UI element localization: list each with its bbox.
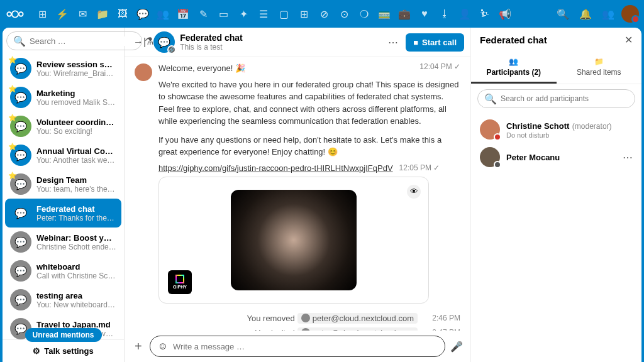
user-avatar[interactable] xyxy=(621,5,639,23)
participants-icon: 👥 xyxy=(509,57,518,66)
conversation-item[interactable]: ⭐💬Annual Virtual ConferenceYou: Another … xyxy=(5,141,121,170)
svg-point-0 xyxy=(7,12,11,16)
message-link[interactable]: https://giphy.com/gifs/justin-raccoon-pe… xyxy=(158,163,393,173)
app-forms-icon[interactable]: ✦ xyxy=(234,4,253,23)
app-health-icon[interactable]: ♥ xyxy=(415,4,434,23)
search-icon: 🔍 xyxy=(13,35,26,47)
participant-menu-icon[interactable]: ⋯ xyxy=(623,151,633,163)
app-mail-icon[interactable]: ✉ xyxy=(73,4,92,23)
chat-title: Federated chat xyxy=(180,33,379,43)
conversation-search[interactable]: 🔍 xyxy=(6,31,142,50)
conversation-avatar: ⭐💬 xyxy=(10,87,31,108)
chat-area: →| 💬🔗 Federated chat This is a test ⋯ ■ … xyxy=(125,28,470,362)
conversation-item[interactable]: ⭐💬Design TeamYou: team, here's the calen… xyxy=(5,170,121,199)
svg-point-1 xyxy=(12,11,18,17)
app-activity-icon[interactable]: ⚡ xyxy=(53,4,72,23)
hide-preview-icon[interactable]: 👁 xyxy=(407,185,421,199)
app-megaphone-icon[interactable]: 📢 xyxy=(496,4,514,23)
tab-shared-items[interactable]: 📁 Shared items xyxy=(557,52,642,84)
contacts-menu-icon[interactable]: 👥 xyxy=(599,4,618,23)
app-deck-icon[interactable]: ▭ xyxy=(214,4,233,23)
app-files-icon[interactable]: 📁 xyxy=(93,4,112,23)
topbar-apps: ⊞ ⚡ ✉ 📁 🖼 💬 👥 📅 ✎ ▭ ✦ ☰ ▢ ⊞ ⊘ ⊙ ❍ 🚃 💼 ♥ … xyxy=(33,4,551,23)
app-tables-icon[interactable]: ⊞ xyxy=(294,4,313,23)
conversation-item[interactable]: 💬Federated chatPeter: Thanks for the war… xyxy=(5,199,121,228)
compose-box[interactable]: ☺ xyxy=(150,336,445,357)
conversation-avatar: ⭐💬 xyxy=(10,145,31,166)
chat-subtitle: This is a test xyxy=(180,43,379,52)
app-analytics-icon[interactable]: ⭳ xyxy=(435,4,454,23)
giphy-badge: GIPHY xyxy=(168,270,192,294)
app-talk-icon[interactable]: 💬 xyxy=(133,4,152,23)
app-work-icon[interactable]: 💼 xyxy=(395,4,414,23)
conversation-item[interactable]: ⭐💬Volunteer coordinationYou: So exciting… xyxy=(5,112,121,141)
folder-icon: 📁 xyxy=(594,57,604,66)
app-logo[interactable] xyxy=(5,4,25,24)
svg-point-2 xyxy=(19,12,23,16)
start-call-button[interactable]: ■ Start call xyxy=(406,33,464,52)
unread-mentions-pill[interactable]: Unread mentions xyxy=(25,328,101,342)
talk-settings-button[interactable]: ⚙ Talk settings xyxy=(3,339,124,362)
filter-icon[interactable]: ⚗ xyxy=(145,33,153,49)
gif-preview-card[interactable]: 👁 GIPHY xyxy=(158,177,429,304)
conversation-item[interactable]: 💬Webinar: Boost your team's p…Christine … xyxy=(5,228,121,256)
conversation-item[interactable]: 💬whiteboardCall with Christine Schott an… xyxy=(5,256,121,285)
app-tasks-icon[interactable]: ☰ xyxy=(254,4,273,23)
attach-icon[interactable]: + xyxy=(132,339,145,354)
message-text: We're excited to have you here in our fe… xyxy=(158,79,460,128)
conversation-name: Design Team xyxy=(36,175,116,185)
conversation-item[interactable]: ⭐💬MarketingYou removed Malik Santiago xyxy=(5,83,121,112)
message-text: Welcome, everyone! 🎉 xyxy=(158,62,413,75)
mic-icon[interactable]: 🎤 xyxy=(450,341,463,353)
tab-participants[interactable]: 👥 Participants (2) xyxy=(471,52,557,84)
conversation-item[interactable]: ⭐💬Review session speechYou: Wireframe_Br… xyxy=(5,54,121,83)
panel-title: Federated chat xyxy=(480,35,547,45)
conversation-preview: You: Wireframe_Brainstorming… xyxy=(36,69,116,78)
gear-icon: ⚙ xyxy=(33,346,40,356)
app-maps-icon[interactable]: ⊙ xyxy=(335,4,353,23)
chat-header: →| 💬🔗 Federated chat This is a test ⋯ ■ … xyxy=(125,28,470,57)
app-photos-icon[interactable]: 🖼 xyxy=(113,4,132,23)
conversation-avatar: ⭐💬 xyxy=(10,116,31,137)
message-text: If you have any questions or need help, … xyxy=(158,134,460,158)
conversation-preview: Call with Christine Schott and … xyxy=(36,272,116,280)
message-input[interactable] xyxy=(173,342,437,351)
chat-menu-icon[interactable]: ⋯ xyxy=(384,34,402,51)
app-transport-icon[interactable]: 🚃 xyxy=(375,4,394,23)
app-help-icon[interactable]: ❍ xyxy=(355,4,374,23)
emoji-icon[interactable]: ☺ xyxy=(158,341,168,352)
app-notes-icon[interactable]: ✎ xyxy=(194,4,213,23)
participant-row[interactable]: Peter Mocanu ⋯ xyxy=(471,143,641,171)
tab-label: Shared items xyxy=(577,68,621,77)
app-sports-icon[interactable]: ⛷ xyxy=(475,4,494,23)
conversation-name: Volunteer coordination xyxy=(36,118,116,127)
search-input[interactable] xyxy=(30,36,135,46)
status-federated-icon xyxy=(494,161,501,168)
message-time: 2:46 PM xyxy=(423,314,460,322)
status-dnd-icon xyxy=(494,133,501,141)
conversation-avatar: 💬 xyxy=(10,289,31,310)
participant-search[interactable]: 🔍 xyxy=(477,89,635,108)
conversation-avatar: 💬 xyxy=(10,202,31,224)
app-link-icon[interactable]: ⊘ xyxy=(314,4,333,23)
app-announcement-icon[interactable]: ▢ xyxy=(274,4,293,23)
conversation-item[interactable]: 💬testing areaYou: New whiteboard.whitebo… xyxy=(5,285,121,314)
participant-search-input[interactable] xyxy=(501,94,628,103)
conversation-preview: You removed Malik Santiago xyxy=(36,98,116,107)
chat-avatar: 💬🔗 xyxy=(153,31,175,53)
participant-row[interactable]: Christine Schott (moderator) Do not dist… xyxy=(471,116,641,143)
conversation-name: Review session speech xyxy=(36,60,116,69)
conversation-avatar: 💬 xyxy=(10,231,31,253)
conversation-name: testing area xyxy=(36,291,116,300)
app-calendar-icon[interactable]: 📅 xyxy=(174,4,192,23)
app-dashboard-icon[interactable]: ⊞ xyxy=(33,4,52,23)
start-call-label: Start call xyxy=(422,38,457,47)
notifications-icon[interactable]: 🔔 xyxy=(576,4,595,23)
participant-role: (moderator) xyxy=(572,122,612,131)
app-contacts-icon[interactable]: 👥 xyxy=(153,4,172,23)
right-panel: Federated chat ✕ 👥 Participants (2) 📁 Sh… xyxy=(470,28,641,362)
conversation-preview: You: New whiteboard.whiteboa… xyxy=(36,300,116,309)
search-icon[interactable]: 🔍 xyxy=(553,4,572,23)
close-icon[interactable]: ✕ xyxy=(625,34,633,46)
app-users-icon[interactable]: 👤 xyxy=(455,4,474,23)
